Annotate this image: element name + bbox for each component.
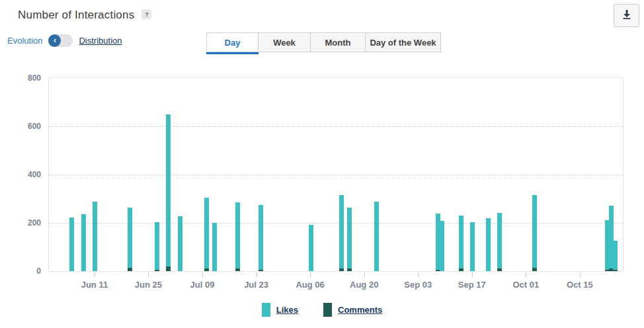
gridline-200: [49, 223, 623, 224]
bar-likes-jul-12[interactable]: [212, 223, 217, 271]
x-tick-label-aug-20: Aug 20: [335, 280, 394, 290]
y-tick-label-200: 200: [0, 218, 41, 227]
x-tickmark: [257, 272, 257, 277]
legend-comments-label: Comments: [338, 305, 382, 315]
bar-comments-jul-10[interactable]: [204, 268, 209, 271]
x-tick-label-oct-15: Oct 15: [550, 280, 610, 290]
bar-likes-jun-11[interactable]: [93, 202, 97, 271]
download-icon: [622, 9, 632, 22]
x-tickmark: [526, 272, 526, 277]
bar-likes-sep-17[interactable]: [470, 222, 475, 271]
bar-likes-jul-03[interactable]: [178, 216, 182, 271]
tab-day-of-week[interactable]: Day of the Week: [366, 32, 441, 52]
interactions-panel: Number of Interactions ? Evolution ‹ Dis…: [0, 0, 644, 328]
bar-likes-sep-24[interactable]: [497, 213, 502, 271]
x-tickmark: [202, 272, 203, 277]
bar-likes-sep-21[interactable]: [486, 218, 491, 271]
download-button[interactable]: [614, 4, 639, 27]
bar-likes-jul-10[interactable]: [204, 198, 209, 271]
chart-legend: Likes Comments: [0, 303, 644, 317]
evolution-distribution-toggle: Evolution ‹ Distribution: [7, 33, 122, 48]
question-mark-icon[interactable]: ?: [141, 9, 151, 19]
legend-item-likes[interactable]: Likes: [262, 303, 298, 317]
bar-comments-jun-30[interactable]: [166, 266, 171, 271]
tab-day-of-week-label: Day of the Week: [370, 38, 436, 48]
bar-comments-jun-27[interactable]: [155, 270, 159, 271]
x-tickmark: [472, 272, 473, 277]
y-tick-label-800: 800: [0, 73, 41, 83]
y-axis-labels: 0200400600800: [0, 77, 41, 272]
x-tick-label-jul-23: Jul 23: [227, 280, 286, 290]
bar-likes-jul-18[interactable]: [235, 202, 240, 271]
bar-comments-oct-03[interactable]: [532, 268, 537, 271]
toggle-option-evolution[interactable]: Evolution: [7, 36, 42, 46]
x-tick-label-sep-03: Sep 03: [388, 280, 448, 290]
bar-likes-jun-30[interactable]: [166, 114, 171, 271]
chevron-left-icon: ‹: [48, 34, 61, 47]
x-tick-label-aug-06: Aug 06: [280, 280, 340, 290]
bar-comments-sep-14[interactable]: [459, 268, 463, 271]
tab-day-label: Day: [225, 38, 241, 48]
y-tick-label-0: 0: [0, 266, 41, 276]
x-tick-label-jun-25: Jun 25: [118, 280, 178, 290]
bar-comments-jul-24[interactable]: [259, 270, 263, 271]
chart-plot-area: [48, 77, 624, 272]
legend-item-comments[interactable]: Comments: [323, 303, 382, 317]
bar-likes-sep-14[interactable]: [459, 216, 463, 271]
gridline-400: [49, 175, 623, 175]
bar-likes-oct-24[interactable]: [613, 241, 618, 271]
likes-swatch-icon: [262, 303, 270, 317]
y-tick-label-400: 400: [0, 170, 41, 179]
bar-comments-jun-20[interactable]: [128, 268, 132, 271]
x-tick-label-oct-01: Oct 01: [496, 280, 555, 290]
x-tickmark: [418, 272, 419, 277]
bar-comments-aug-14[interactable]: [339, 268, 344, 271]
active-tab-underline: [206, 52, 259, 54]
x-tick-label-jul-09: Jul 09: [173, 280, 232, 290]
bar-likes-aug-23[interactable]: [374, 202, 379, 271]
bar-likes-aug-16[interactable]: [347, 208, 352, 271]
x-tickmark: [310, 272, 311, 277]
comments-swatch-icon: [323, 303, 332, 317]
bar-comments-jul-18[interactable]: [235, 268, 240, 271]
bar-likes-oct-03[interactable]: [532, 195, 537, 271]
tab-day[interactable]: Day: [206, 32, 259, 52]
toggle-option-distribution[interactable]: Distribution: [79, 36, 122, 46]
bar-likes-jun-08[interactable]: [81, 214, 86, 271]
granularity-tabs: Day Week Month Day of the Week: [206, 32, 441, 52]
bar-comments-aug-16[interactable]: [347, 268, 352, 271]
y-tick-label-600: 600: [0, 122, 41, 131]
bar-likes-jun-05[interactable]: [69, 218, 74, 271]
bar-likes-sep-09[interactable]: [440, 221, 444, 271]
page-title: Number of Interactions: [18, 9, 134, 22]
panel-header: Number of Interactions ?: [18, 9, 151, 22]
bar-likes-aug-14[interactable]: [339, 195, 344, 271]
bar-likes-jul-24[interactable]: [259, 205, 263, 271]
x-tickmark: [580, 272, 581, 277]
legend-likes-label: Likes: [276, 305, 298, 315]
bar-likes-aug-06[interactable]: [309, 225, 313, 271]
bar-likes-jun-27[interactable]: [155, 222, 159, 271]
tab-week[interactable]: Week: [259, 32, 311, 52]
toggle-switch[interactable]: ‹: [48, 34, 73, 47]
x-axis: Jun 11Jun 25Jul 09Jul 23Aug 06Aug 20Sep …: [48, 272, 624, 298]
bar-likes-jun-20[interactable]: [128, 208, 132, 271]
bar-comments-sep-24[interactable]: [497, 268, 502, 271]
bar-comments-oct-24[interactable]: [613, 270, 618, 271]
x-tick-label-sep-17: Sep 17: [442, 280, 502, 290]
x-tick-label-jun-11: Jun 11: [65, 280, 124, 290]
gridline-600: [49, 126, 623, 127]
x-tickmark: [95, 272, 95, 277]
x-tickmark: [364, 272, 365, 277]
tab-month-label: Month: [325, 38, 351, 48]
x-tickmark: [148, 272, 149, 277]
tab-month[interactable]: Month: [311, 32, 366, 52]
tab-week-label: Week: [273, 38, 296, 48]
